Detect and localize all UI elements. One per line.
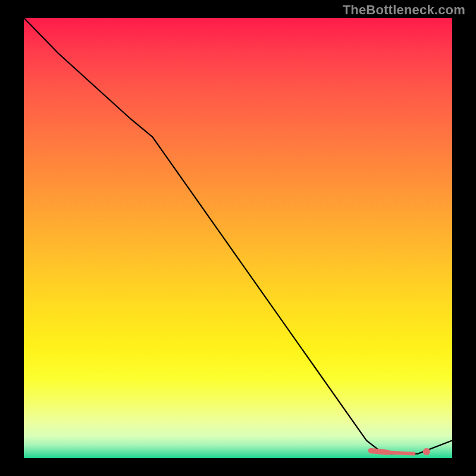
attribution-text: TheBottleneck.com (343, 2, 465, 18)
bottleneck-curve (24, 18, 452, 454)
chart-frame: TheBottleneck.com (0, 0, 476, 476)
end-dot (423, 448, 430, 455)
chart-overlay (24, 18, 452, 458)
flat-region-thick (371, 450, 388, 452)
plot-area (24, 18, 452, 458)
flat-region-thin (388, 452, 414, 453)
